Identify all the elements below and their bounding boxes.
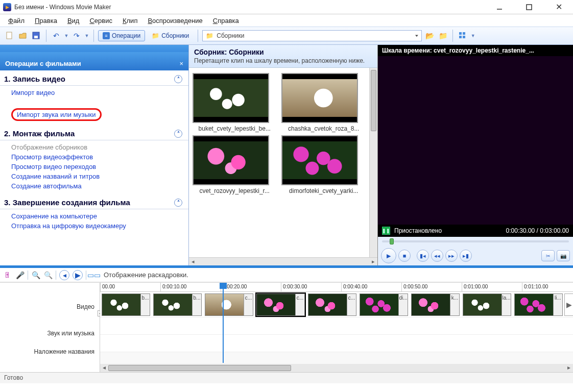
menu-edit[interactable]: Правка [31,16,61,26]
track-label-video: Видео + [77,303,94,310]
preview-time: 0:00:30.00 / 0:03:00.00 [506,227,569,234]
up-folder-icon[interactable]: 📂 [424,30,435,41]
thumb-label: chashka_cvetok_roza_8... [281,125,366,132]
save-icon[interactable] [31,30,42,41]
audio-track[interactable] [100,317,573,335]
ruler-tick: 0:01:00.00 [462,283,522,291]
timeline-clip[interactable]: b... [153,293,202,316]
new-icon[interactable] [4,30,15,41]
collection-item[interactable]: chashka_cvetok_roza_8... [281,73,366,132]
narrate-icon[interactable]: 🎤 [15,271,25,280]
horizontal-scrollbar[interactable]: ◂▸ [189,257,377,265]
thumb-label: buket_cvety_lepestki_be... [193,125,277,132]
menu-clip[interactable]: Клип [118,16,141,26]
thumb-label: dimorfoteki_cvety_yarki... [281,187,366,194]
views-dropdown-icon[interactable]: ▼ [470,30,475,41]
tasks-button[interactable]: ≡Операции [98,30,145,41]
minimize-button[interactable] [488,1,511,13]
playhead[interactable] [223,283,224,363]
collection-item[interactable]: cvet_rozovyy_lepestki_r... [193,135,277,194]
collection-header: Сборник: Сборники Перетащите клип на шка… [189,45,377,68]
task-send-dvcam[interactable]: Отправка на цифровую видеокамеру [11,222,126,230]
collection-item[interactable]: buket_cvety_lepestki_be... [193,73,277,132]
chevron-down-icon: ▾ [415,34,418,38]
new-folder-icon[interactable]: 📁 [437,30,448,41]
play-timeline-icon[interactable]: ▶ [73,270,83,280]
task-show-collections[interactable]: Отображение сборников [11,143,87,151]
close-button[interactable]: ✕ [547,1,570,13]
collections-select[interactable]: 📁Сборники ▾ [202,30,422,41]
ruler-tick: 0:00:40.00 [341,283,401,291]
storyboard-label[interactable]: Отображение раскадровки. [104,271,188,279]
zoom-out-icon[interactable]: 🔍 [43,271,53,280]
snapshot-button[interactable]: 📷 [557,250,570,261]
undo-dropdown-icon[interactable]: ▼ [64,30,69,41]
prev-clip-button[interactable]: ▮◂ [417,250,429,262]
task-import-video[interactable]: Импорт видео [11,89,55,96]
timeline-clip[interactable]: b... [102,293,150,316]
frame-fwd-button[interactable]: ▸▸ [445,250,458,262]
vertical-scrollbar[interactable] [369,68,377,257]
frame-back-button[interactable]: ◂◂ [431,250,443,262]
collection-item[interactable]: dimorfoteki_cvety_yarki... [281,135,366,194]
ruler-tick: 0:01:10.00 [522,283,573,291]
timeline-clip[interactable]: k... [411,293,460,316]
stop-button[interactable]: ■ [398,250,411,262]
window-title: Без имени - Windows Movie Maker [14,4,111,11]
task-titles-credits[interactable]: Создание названий и титров [11,173,100,180]
menu-service[interactable]: Сервис [85,16,116,26]
next-clip-button[interactable]: ▸▮ [460,250,472,262]
time-ruler[interactable]: 00.000:00:10.000:00:20.000:00:30.000:00:… [100,283,573,292]
menu-help[interactable]: Справка [209,16,243,26]
collections-button[interactable]: 📁Сборники [147,30,194,41]
svg-rect-7 [459,36,462,38]
timeline-clip[interactable]: c... [256,293,305,316]
task-group-finish: 3. Завершение создания фильма ˄ [0,194,188,209]
timeline-props-icon[interactable]: 🎚 [3,271,12,280]
task-automovie[interactable]: Создание автофильма [11,182,82,190]
maximize-button[interactable] [518,1,540,13]
menu-file[interactable]: Файл [4,16,29,26]
seek-slider[interactable] [378,237,573,246]
task-group-edit: 2. Монтаж фильма ˄ [0,125,188,140]
rewind-timeline-icon[interactable]: ◂ [59,270,69,280]
collapse-icon[interactable]: ˄ [174,75,182,83]
title-bar: ▶ Без имени - Windows Movie Maker ✕ [0,0,573,14]
timeline-clip[interactable]: la... [463,293,511,316]
storyboard-icon[interactable]: ▭▭ [89,271,99,280]
thumb-label: cvet_rozovyy_lepestki_r... [193,187,277,194]
timeline-clip[interactable]: c... [308,293,356,316]
undo-icon[interactable]: ↶ [51,30,62,41]
task-import-audio[interactable]: Импорт звука или музыки [17,111,96,118]
task-save-computer[interactable]: Сохранение на компьютере [11,212,97,220]
timeline-scrollbar[interactable]: ◂▸ [100,364,573,372]
preview-title: Шкала времени: cvet_rozovyy_lepestki_ras… [378,45,573,56]
redo-icon[interactable]: ↷ [71,30,82,41]
task-video-effects[interactable]: Просмотр видеоэффектов [11,153,93,161]
toolbar: ↶▼ ↷▼ ≡Операции 📁Сборники 📁Сборники ▾ 📂 … [0,27,573,45]
pause-status-icon: ❚❚ [382,227,390,235]
collapse-icon[interactable]: ˄ [174,130,182,138]
tasks-pane: Операции с фильмами × 1. Запись видео ˄ … [0,45,189,265]
task-video-transitions[interactable]: Просмотр видео переходов [11,163,96,170]
svg-rect-4 [34,36,38,38]
tasks-pane-close-icon[interactable]: × [179,60,183,67]
svg-rect-6 [463,32,465,35]
timeline-clip[interactable]: li... [514,293,563,316]
menu-view[interactable]: Вид [63,16,84,26]
play-button[interactable]: ▶ [381,248,396,263]
redo-dropdown-icon[interactable]: ▼ [84,30,89,41]
next-clips-icon[interactable]: ▶ [564,293,573,316]
split-button[interactable]: ✂ [541,250,555,261]
folder-icon: 📁 [206,32,213,39]
menu-play[interactable]: Воспроизведение [144,16,206,26]
title-track[interactable] [100,335,573,352]
ruler-tick: 0:00:20.00 [221,283,281,291]
collapse-icon[interactable]: ˄ [174,199,182,207]
timeline-clip[interactable]: c... [205,293,253,316]
zoom-in-icon[interactable]: 🔍 [31,271,40,280]
views-icon[interactable] [457,30,468,41]
timeline-clip[interactable]: di... [360,293,408,316]
open-icon[interactable] [17,30,29,41]
video-track[interactable]: b...b...c...c...c...di...k...la...li...▶ [100,292,573,317]
